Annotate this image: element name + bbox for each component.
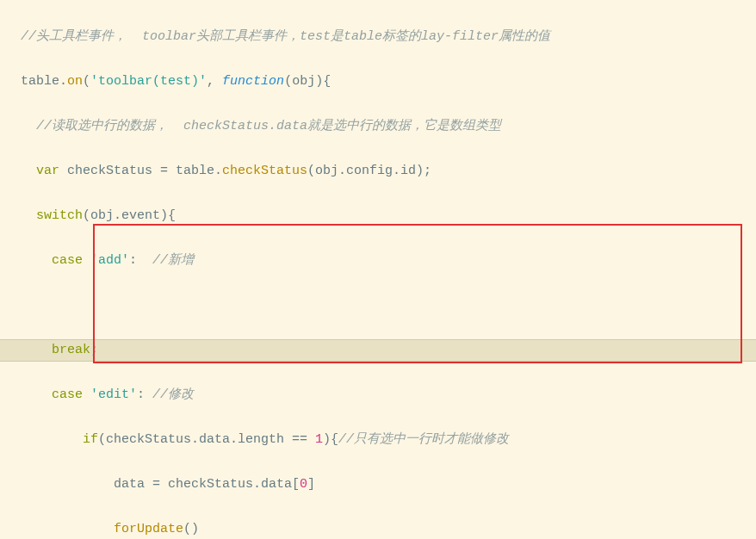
code-comment: //只有选中一行时才能做修改 — [338, 432, 509, 447]
code-text: (checkStatus.data.length == — [98, 432, 315, 447]
code-comment: //读取选中行的数据， checkStatus.data就是选中行的数据，它是数… — [36, 119, 501, 133]
code-number: 1 — [315, 432, 323, 447]
code-text: : — [129, 253, 152, 268]
code-text: ){ — [323, 432, 338, 447]
code-editor[interactable]: //头工具栏事件， toolbar头部工具栏事件，test是table标签的la… — [0, 0, 756, 539]
code-method: forUpdate — [114, 522, 183, 536]
code-text: () — [183, 522, 199, 536]
code-comment: //头工具栏事件， toolbar头部工具栏事件，test是table标签的la… — [21, 29, 550, 44]
code-string: 'add' — [83, 253, 129, 268]
code-keyword: var — [36, 164, 59, 178]
code-text: . — [59, 74, 67, 89]
code-text: data = checkStatus.data[ — [114, 477, 300, 492]
code-string: 'edit' — [83, 387, 137, 402]
code-text: (obj.config.id); — [307, 164, 431, 178]
code-method: on — [67, 74, 83, 89]
code-text: ] — [307, 477, 315, 492]
code-text: ; — [90, 343, 98, 357]
code-string: 'toolbar(test)' — [90, 74, 207, 89]
code-text: table — [21, 74, 59, 89]
code-method: checkStatus — [222, 164, 307, 178]
code-text: , — [207, 74, 222, 89]
code-comment: //修改 — [152, 387, 194, 402]
code-text: (obj.event){ — [83, 208, 176, 223]
code-text: (obj){ — [284, 74, 331, 89]
code-keyword: if — [83, 432, 98, 447]
code-text: checkStatus = table. — [59, 164, 222, 178]
code-number: 0 — [300, 477, 307, 492]
code-keyword: function — [222, 74, 284, 89]
code-text: : — [137, 387, 152, 402]
code-keyword: break — [52, 343, 90, 357]
code-keyword: case — [52, 253, 83, 268]
code-comment: //新增 — [152, 253, 194, 268]
code-text: ( — [83, 74, 90, 89]
code-keyword: switch — [36, 208, 83, 223]
code-keyword: case — [52, 387, 83, 402]
